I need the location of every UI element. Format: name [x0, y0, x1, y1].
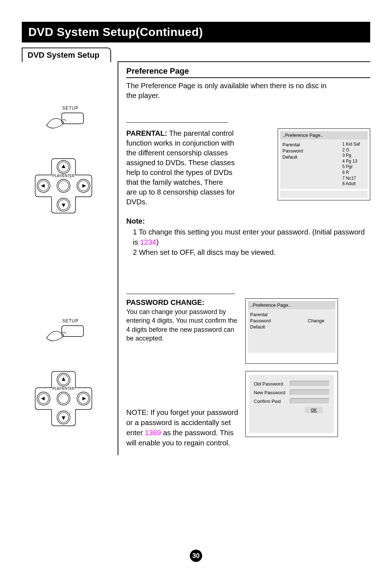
osd-item: Parental	[282, 142, 339, 148]
setup-label: SETUP	[60, 106, 81, 111]
dpad-diagram-2: PLAY/ENTER	[33, 368, 113, 429]
osd-item: Password	[250, 318, 305, 324]
svg-marker-21	[62, 416, 65, 420]
confirm-password-label: Confirm Pwd	[254, 399, 290, 404]
section-tab: DVD System Setup	[22, 48, 111, 62]
parental-body: The parental control function works in c…	[126, 129, 235, 206]
forget-note: NOTE: If you forget your password or a p…	[126, 407, 239, 448]
svg-marker-9	[41, 184, 45, 188]
note-heading: Note:	[126, 217, 370, 225]
old-password-field[interactable]	[290, 381, 330, 387]
osd-rating: 1 Kid Saf	[342, 142, 366, 147]
ok-button[interactable]: 0K	[305, 407, 323, 413]
osd-rating: 5 Pgr	[342, 164, 366, 170]
svg-marker-12	[82, 184, 86, 188]
setup-button-diagram-2: SETUP	[44, 318, 113, 346]
page-banner: DVD System Setup(Continued)	[22, 22, 370, 42]
new-password-label: New Password	[254, 390, 290, 395]
osd-item: Default	[250, 324, 305, 330]
note-1: 1 To change this setting you must enter …	[133, 227, 370, 247]
osd-rating: 3 Pg	[342, 153, 366, 159]
recovery-password: 1369	[145, 429, 161, 437]
osd-item: Password	[282, 148, 339, 154]
svg-marker-24	[41, 397, 45, 400]
svg-point-13	[57, 179, 70, 192]
osd-rating: 4 Pg 13	[342, 159, 366, 164]
svg-point-28	[57, 392, 70, 405]
svg-point-14	[58, 181, 69, 191]
parental-paragraph: PARENTAL: The parental control function …	[126, 129, 235, 207]
osd-item: Parental	[250, 311, 305, 318]
osd-parental-menu: ..Preference Page.. Parental Password De…	[278, 129, 370, 200]
osd-rating: 6 R	[342, 170, 366, 176]
dpad-diagram: PLAY/ENTER	[33, 155, 113, 217]
osd-rating: 7 Nc17	[342, 176, 366, 182]
osd-item: Default	[282, 154, 339, 160]
preference-intro: The Preference Page is only available wh…	[126, 81, 337, 101]
old-password-label: Old Password	[254, 381, 290, 387]
preference-page-title: Preference Page	[126, 66, 370, 78]
osd-header: ..Preference Page..	[280, 131, 368, 139]
svg-rect-0	[62, 113, 83, 124]
svg-marker-6	[62, 204, 65, 207]
osd-header: ..Preference Page..	[248, 301, 335, 309]
dpad-label: PLAY/ENTER	[52, 174, 75, 178]
confirm-password-field[interactable]	[290, 398, 330, 404]
svg-marker-18	[62, 377, 65, 381]
svg-text:PLAY/ENTER: PLAY/ENTER	[52, 387, 75, 391]
svg-point-29	[58, 393, 69, 404]
new-password-field[interactable]	[290, 390, 330, 395]
setup-label-2: SETUP	[60, 318, 81, 323]
osd-rating: 2 G	[342, 147, 366, 153]
note-2: 2 When set to OFF, all discs may be view…	[133, 247, 370, 257]
osd-rating: 8 Adult	[342, 181, 366, 187]
password-change-title: PASSWORD CHANGE:	[126, 298, 239, 307]
osd-password-dialog: Old Password New Password Confirm Pwd 0K	[245, 371, 338, 437]
setup-button-diagram: SETUP	[44, 106, 113, 133]
svg-marker-27	[82, 397, 86, 400]
page-number-badge: 30	[190, 550, 202, 562]
svg-marker-3	[62, 164, 65, 168]
initial-password: 1234	[140, 238, 156, 246]
osd-change-value: Change	[308, 318, 333, 323]
osd-password-menu: ..Preference Page.. Parental Password De…	[245, 298, 338, 364]
svg-rect-15	[62, 326, 83, 337]
parental-head: PARENTAL:	[126, 129, 167, 137]
password-change-body: You can change your password by entering…	[126, 307, 239, 343]
